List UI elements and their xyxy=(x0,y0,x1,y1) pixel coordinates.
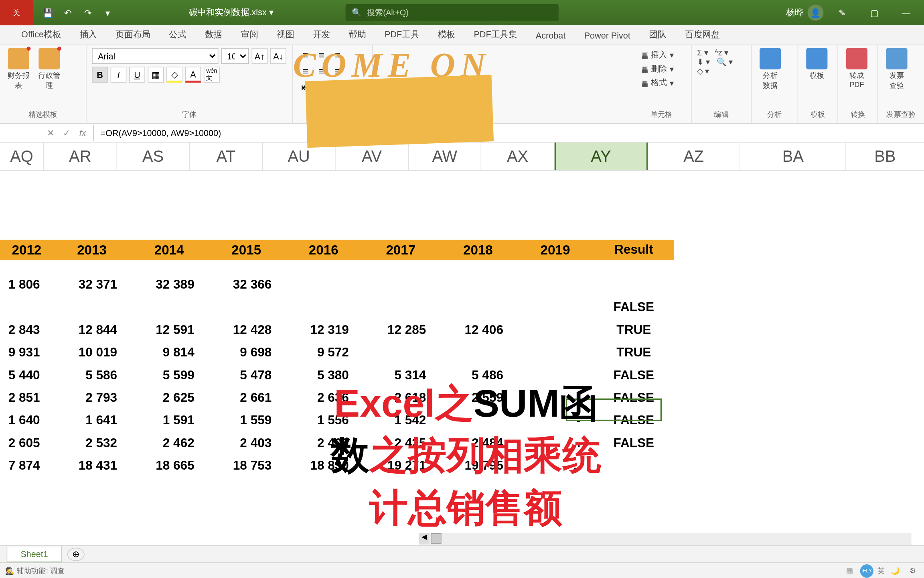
fill-button[interactable]: ⬇ ▾ 🔍 ▾ xyxy=(697,57,746,67)
tab-baidu[interactable] xyxy=(729,37,748,45)
border-button[interactable]: ▦ xyxy=(148,67,164,83)
delete-cells-button[interactable]: ▦ 删除 ▾ xyxy=(637,62,686,76)
data-cell[interactable]: 1 640 xyxy=(0,413,53,428)
data-cell[interactable]: 2 793 xyxy=(53,391,131,405)
data-cell[interactable]: 32 389 xyxy=(130,277,208,292)
convert-pdf-button[interactable]: 转成 PDF xyxy=(843,48,870,89)
font-name-select[interactable]: Arial xyxy=(92,48,218,64)
data-cell[interactable]: 5 586 xyxy=(53,368,131,383)
year-header[interactable]: 2017 xyxy=(362,242,440,257)
data-cell[interactable]: 9 814 xyxy=(130,345,208,360)
data-cell[interactable]: 1 641 xyxy=(53,413,131,428)
tab-review[interactable]: 审阅 xyxy=(231,24,267,45)
data-cell[interactable]: 32 366 xyxy=(208,277,285,292)
data-cell[interactable]: 2 605 xyxy=(0,436,53,451)
data-cell[interactable]: 2 625 xyxy=(130,391,208,405)
insert-cells-button[interactable]: ▦ 插入 ▾ xyxy=(637,48,686,62)
tab-formulas[interactable]: 公式 xyxy=(160,24,196,45)
data-cell[interactable]: 12 406 xyxy=(440,322,517,337)
data-cell[interactable]: 2 532 xyxy=(53,436,131,451)
data-cell[interactable]: 1 559 xyxy=(208,413,285,428)
data-cell[interactable]: 12 285 xyxy=(362,322,440,337)
add-sheet-button[interactable]: ⊕ xyxy=(67,547,85,561)
font-color-button[interactable]: A xyxy=(185,67,201,83)
result-cell[interactable]: TRUE xyxy=(594,345,674,360)
data-cell[interactable]: 1 591 xyxy=(130,413,208,428)
tab-pdf-toolset[interactable]: Acrobat xyxy=(527,26,575,45)
result-header[interactable]: Result xyxy=(594,242,674,257)
data-cell[interactable]: 18 665 xyxy=(130,458,208,473)
template-button[interactable]: 模板 xyxy=(804,48,830,81)
data-cell[interactable]: 12 319 xyxy=(285,322,362,337)
ime-status[interactable]: 英 xyxy=(877,566,885,576)
undo-icon[interactable]: ↶ xyxy=(59,3,77,22)
column-header-as[interactable]: AS xyxy=(117,142,190,170)
scrollbar-thumb[interactable] xyxy=(431,533,442,544)
data-cell[interactable]: 2 403 xyxy=(208,436,285,451)
insert-function-button[interactable]: fx xyxy=(75,125,91,141)
scroll-left-button[interactable]: ◀ xyxy=(419,533,430,544)
save-icon[interactable]: 💾 xyxy=(38,3,57,22)
tab-power-pivot[interactable]: 团队 xyxy=(640,24,676,45)
finance-template-button[interactable]: 财务报表 xyxy=(5,48,32,91)
user-account[interactable]: 杨晔 👤 xyxy=(786,5,823,21)
ifly-icon[interactable]: iFLY xyxy=(860,564,873,577)
bold-button[interactable]: B xyxy=(92,67,108,83)
data-cell[interactable]: 12 844 xyxy=(53,322,131,337)
data-cell[interactable]: 2 851 xyxy=(0,391,53,405)
decrease-font-button[interactable]: A↓ xyxy=(270,48,286,64)
redo-icon[interactable]: ↷ xyxy=(79,3,97,22)
cancel-formula-button[interactable]: ✕ xyxy=(43,125,59,141)
year-header[interactable]: 2012 xyxy=(0,242,53,257)
data-cell[interactable]: 9 698 xyxy=(208,345,285,360)
year-header[interactable]: 2016 xyxy=(285,242,362,257)
data-cell[interactable]: 2 661 xyxy=(208,391,285,405)
data-cell[interactable]: 1 806 xyxy=(0,277,53,292)
minimize-icon[interactable]: — xyxy=(893,0,919,25)
tab-view[interactable]: 视图 xyxy=(267,24,304,45)
year-header[interactable]: 2018 xyxy=(440,242,517,257)
data-cell[interactable]: 7 874 xyxy=(0,458,53,473)
data-cell[interactable]: 18 753 xyxy=(208,458,285,473)
tab-developer[interactable]: 开发 xyxy=(303,24,339,45)
tab-data[interactable]: 数据 xyxy=(196,24,232,45)
ribbon-mode-icon[interactable]: ▢ xyxy=(861,0,887,25)
invoice-check-button[interactable]: 发票 查验 xyxy=(883,48,910,91)
phonetic-button[interactable]: wén文 xyxy=(204,67,220,83)
data-cell[interactable]: 12 591 xyxy=(130,322,208,337)
tab-page-layout[interactable]: 页面布局 xyxy=(106,24,160,45)
accept-formula-button[interactable]: ✓ xyxy=(59,125,75,141)
column-header-bb[interactable]: BB xyxy=(846,142,924,170)
data-cell[interactable]: 2 462 xyxy=(130,436,208,451)
format-cells-button[interactable]: ▦ 格式 ▾ xyxy=(637,76,686,90)
column-header-at[interactable]: AT xyxy=(190,142,263,170)
tab-acrobat[interactable]: Power Pivot xyxy=(575,26,640,45)
dropdown-icon[interactable]: ▾ xyxy=(99,3,117,22)
data-cell[interactable]: 10 019 xyxy=(53,345,131,360)
horizontal-scrollbar[interactable]: ◀ xyxy=(419,533,911,545)
mode-icon[interactable]: ✎ xyxy=(829,0,855,25)
data-cell[interactable]: 18 431 xyxy=(53,458,131,473)
tab-addins[interactable]: 帮助 xyxy=(339,24,375,45)
column-header-ba[interactable]: BA xyxy=(740,142,846,170)
clear-button[interactable]: ◇ ▾ xyxy=(697,67,746,76)
data-cell[interactable]: 9 572 xyxy=(285,345,362,360)
data-cell[interactable]: 32 371 xyxy=(53,277,131,292)
search-box[interactable]: 🔍 搜索(Alt+Q) xyxy=(345,4,558,21)
close-button[interactable]: 关 xyxy=(0,0,33,25)
year-header[interactable]: 2019 xyxy=(517,242,594,257)
autosum-button[interactable]: Σ ▾ ᴬz ▾ xyxy=(697,48,746,57)
result-cell[interactable]: TRUE xyxy=(594,322,674,337)
column-header-ar[interactable]: AR xyxy=(44,142,117,170)
year-header[interactable]: 2013 xyxy=(53,242,131,257)
underline-button[interactable]: U xyxy=(129,67,145,83)
sheet-area[interactable]: 20122013201420152016201720182019Result1 … xyxy=(0,171,924,530)
tab-pdf-tools[interactable]: 模板 xyxy=(429,24,465,45)
year-header[interactable]: 2014 xyxy=(130,242,208,257)
tab-insert[interactable]: 插入 xyxy=(70,24,106,45)
view-normal-button[interactable]: ▦ xyxy=(843,564,856,577)
sheet-tab-sheet1[interactable]: Sheet1 xyxy=(7,545,62,563)
data-cell[interactable]: 5 599 xyxy=(130,368,208,383)
data-cell[interactable]: 9 931 xyxy=(0,345,53,360)
analyze-data-button[interactable]: 分析 数据 xyxy=(757,48,783,91)
